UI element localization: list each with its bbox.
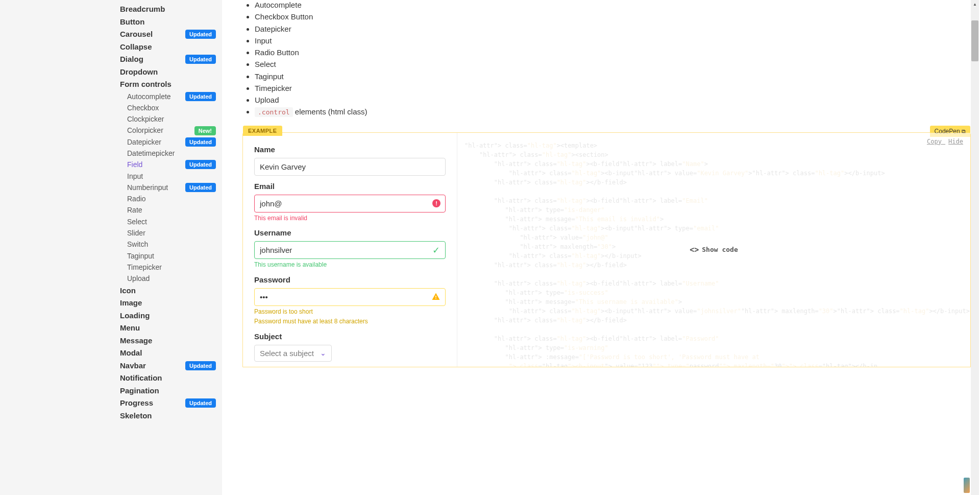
sidebar-item-switch[interactable]: Switch	[120, 239, 222, 250]
sidebar-item-label: Rate	[120, 205, 142, 215]
list-item: Upload	[255, 94, 971, 106]
sidebar-item-image[interactable]: Image	[120, 297, 222, 310]
hide-button[interactable]: Hide	[948, 138, 963, 145]
list-item: .control elements (html class)	[255, 106, 971, 117]
sidebar-item-notification[interactable]: Notification	[120, 372, 222, 385]
sidebar-item-breadcrumb[interactable]: Breadcrumb	[120, 3, 222, 16]
sidebar-item-form-controls[interactable]: Form controls	[120, 78, 222, 91]
list-item: Datepicker	[255, 23, 971, 35]
sidebar-item-menu[interactable]: Menu	[120, 322, 222, 335]
show-code-overlay[interactable]: <> Show code	[457, 133, 970, 367]
sidebar-item-dropdown[interactable]: Dropdown	[120, 66, 222, 79]
sidebar-item-collapse[interactable]: Collapse	[120, 41, 222, 54]
sidebar-item-label: Collapse	[120, 41, 152, 53]
password-label: Password	[254, 275, 446, 284]
sidebar-item-message[interactable]: Message	[120, 335, 222, 347]
list-item: Select	[255, 58, 971, 70]
sidebar-item-input[interactable]: Input	[120, 171, 222, 182]
subject-label: Subject	[254, 332, 446, 341]
username-input[interactable]	[254, 241, 446, 259]
list-item: Input	[255, 35, 971, 46]
name-label: Name	[254, 145, 446, 154]
name-input[interactable]	[254, 158, 446, 176]
sidebar-item-label: Datetimepicker	[120, 148, 175, 158]
example-form: Name Email ! This email is invalid Usern…	[243, 133, 457, 367]
check-icon: ✓	[431, 246, 440, 255]
sidebar-item-modal[interactable]: Modal	[120, 347, 222, 360]
sidebar-item-dialog[interactable]: DialogUpdated	[120, 53, 222, 66]
code-actions: Copy Hide	[924, 138, 963, 145]
sidebar-item-label: Progress	[120, 397, 153, 409]
main-content: AutocompleteCheckbox ButtonDatepickerInp…	[222, 0, 980, 495]
sidebar-item-label: Dialog	[120, 54, 143, 65]
sidebar-item-autocomplete[interactable]: AutocompleteUpdated	[120, 91, 222, 102]
vertical-scrollbar[interactable]: ▲	[971, 0, 979, 495]
sidebar-item-label: Menu	[120, 322, 140, 334]
badge-updated: Updated	[185, 55, 216, 64]
sidebar-item-label: Taginput	[120, 251, 154, 261]
sidebar-item-label: Autocomplete	[120, 91, 171, 102]
svg-rect-1	[435, 298, 436, 299]
sidebar-item-label: Checkbox	[120, 103, 159, 113]
sidebar-item-taginput[interactable]: Taginput	[120, 250, 222, 262]
subject-select[interactable]: Select a subject ⌄	[254, 345, 332, 362]
chevron-down-icon: ⌄	[320, 349, 326, 357]
badge-updated: Updated	[185, 183, 216, 192]
sidebar-item-label: Colorpicker	[120, 125, 163, 135]
sidebar-item-clockpicker[interactable]: Clockpicker	[120, 113, 222, 125]
password-input[interactable]	[254, 288, 446, 306]
sidebar-item-timepicker[interactable]: Timepicker	[120, 262, 222, 273]
list-item: Radio Button	[255, 46, 971, 58]
sidebar-item-field[interactable]: FieldUpdated	[120, 159, 222, 170]
sidebar-item-slider[interactable]: Slider	[120, 227, 222, 239]
email-label: Email	[254, 182, 446, 191]
sidebar-item-pagination[interactable]: Pagination	[120, 385, 222, 397]
sidebar-item-label: Upload	[120, 273, 150, 284]
list-item: Autocomplete	[255, 0, 971, 11]
sidebar-item-colorpicker[interactable]: ColorpickerNew!	[120, 125, 222, 136]
sidebar-item-upload[interactable]: Upload	[120, 273, 222, 284]
badge-updated: Updated	[185, 30, 216, 39]
sidebar-item-datepicker[interactable]: DatepickerUpdated	[120, 136, 222, 148]
code-icon: <>	[690, 245, 699, 254]
sidebar-item-loading[interactable]: Loading	[120, 310, 222, 322]
sidebar-item-label: Button	[120, 16, 144, 28]
sidebar-item-button[interactable]: Button	[120, 16, 222, 29]
sidebar-item-rate[interactable]: Rate	[120, 204, 222, 216]
sidebar-item-label: Loading	[120, 310, 150, 322]
sidebar-item-label: Input	[120, 171, 143, 181]
sidebar-item-icon[interactable]: Icon	[120, 285, 222, 297]
sidebar-item-navbar[interactable]: NavbarUpdated	[120, 360, 222, 372]
sidebar-item-radio[interactable]: Radio	[120, 193, 222, 204]
warning-icon	[431, 292, 440, 301]
scroll-thumb[interactable]	[971, 20, 978, 61]
sidebar-item-label: Message	[120, 335, 152, 347]
email-help: This email is invalid	[254, 215, 446, 223]
sidebar-item-carousel[interactable]: CarouselUpdated	[120, 28, 222, 41]
email-input[interactable]	[254, 195, 446, 213]
subject-placeholder: Select a subject	[260, 349, 314, 358]
code-panel: Copy Hide "hl-attr"> class="hl-tag"><tem…	[457, 133, 970, 367]
password-help-2: Password must have at least 8 characters	[254, 318, 446, 326]
sidebar-item-select[interactable]: Select	[120, 216, 222, 227]
sidebar-item-skeleton[interactable]: Skeleton	[120, 410, 222, 422]
sidebar: BreadcrumbButtonCarouselUpdatedCollapseD…	[0, 0, 222, 495]
sidebar-item-label: Datepicker	[120, 137, 161, 147]
component-list: AutocompleteCheckbox ButtonDatepickerInp…	[255, 0, 971, 118]
list-item: Timepicker	[255, 82, 971, 94]
scroll-up-arrow[interactable]: ▲	[971, 0, 979, 8]
sidebar-item-label: Modal	[120, 347, 142, 359]
copy-button[interactable]: Copy	[927, 138, 942, 145]
sidebar-item-label: Skeleton	[120, 410, 152, 422]
list-item: Checkbox Button	[255, 11, 971, 22]
password-help-1: Password is too short	[254, 308, 446, 316]
corner-decoration	[964, 478, 970, 493]
code-tag: .control	[255, 107, 293, 117]
sidebar-item-numberinput[interactable]: NumberinputUpdated	[120, 182, 222, 193]
sidebar-item-label: Notification	[120, 372, 162, 384]
sidebar-item-label: Select	[120, 217, 147, 227]
badge-new: New!	[194, 126, 216, 135]
sidebar-item-datetimepicker[interactable]: Datetimepicker	[120, 148, 222, 159]
sidebar-item-progress[interactable]: ProgressUpdated	[120, 397, 222, 410]
sidebar-item-checkbox[interactable]: Checkbox	[120, 102, 222, 113]
